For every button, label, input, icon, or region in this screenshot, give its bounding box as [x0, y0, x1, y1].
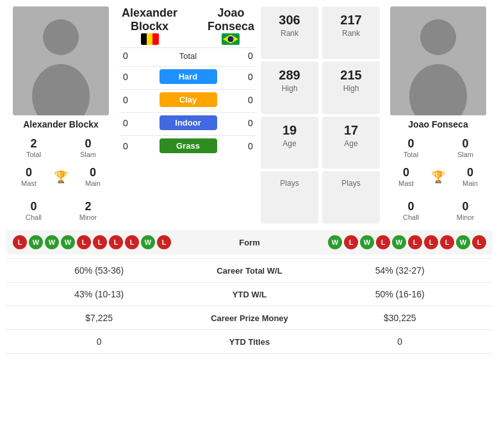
- main-container: Alexander Blockx 2 Total 0 Slam 0 Mast 🏆: [0, 0, 499, 354]
- right-age-value: 17: [344, 123, 358, 138]
- right-player-avatar: [390, 6, 486, 115]
- stats-mid-label: Career Total W/L: [192, 266, 307, 276]
- grass-row: 0 Grass 0: [119, 135, 257, 156]
- stats-left-value: $7,225: [6, 313, 192, 323]
- clay-score-right: 0: [244, 95, 257, 105]
- right-mast-value: 0: [403, 166, 409, 179]
- stats-left-value: 43% (10-13): [6, 289, 192, 299]
- left-main-box: 0 Main: [70, 163, 115, 190]
- right-age-panel: 17 Age: [322, 117, 380, 169]
- grass-score-right: 0: [244, 141, 257, 151]
- player-header-row: AlexanderBlockx JoaoFonseca: [119, 6, 257, 45]
- left-slam-label: Slam: [80, 151, 96, 158]
- left-player-avatar: [13, 6, 109, 115]
- svg-point-5: [228, 37, 234, 42]
- left-slam-box: 0 Slam: [61, 135, 115, 161]
- left-age-label: Age: [282, 139, 296, 148]
- form-badge-l: L: [125, 235, 139, 249]
- right-total-box: 0 Total: [384, 135, 438, 161]
- right-slam-value: 0: [462, 137, 468, 151]
- stats-right-value: 54% (32-27): [307, 265, 493, 276]
- form-badge-l: L: [109, 235, 123, 249]
- right-total-label: Total: [404, 151, 418, 158]
- form-badge-l: L: [424, 235, 438, 249]
- clay-badge: Clay: [160, 92, 217, 107]
- right-minor-value: 0: [462, 200, 468, 213]
- left-player-title: AlexanderBlockx: [122, 6, 177, 33]
- form-badge-w: W: [360, 235, 374, 249]
- left-mast-label: Mast: [21, 179, 37, 187]
- left-minor-value: 2: [85, 200, 91, 213]
- right-info-panels: 217 Rank 215 High 17 Age Plays: [322, 6, 380, 224]
- stats-mid-label: Career Prize Money: [192, 313, 307, 323]
- right-player-title: JoaoFonseca: [208, 6, 254, 33]
- total-score-left: 0: [119, 51, 132, 61]
- stats-right-value: 50% (16-16): [307, 289, 493, 299]
- left-age-value: 19: [282, 123, 297, 138]
- grass-score-left: 0: [119, 141, 132, 151]
- left-mast-value: 0: [26, 166, 32, 179]
- stats-row: 60% (53-36) Career Total W/L 54% (32-27): [6, 258, 493, 283]
- form-badge-l: L: [77, 235, 91, 249]
- stats-table: 60% (53-36) Career Total W/L 54% (32-27)…: [6, 258, 493, 354]
- stats-mid-label: YTD Titles: [192, 337, 307, 347]
- stats-right-value: 0: [307, 336, 493, 347]
- right-minor-box: 0 Minor: [438, 197, 493, 224]
- left-total-box: 2 Total: [6, 135, 61, 161]
- left-form-badges: LWWWLLLLWL: [13, 235, 171, 249]
- indoor-score-right: 0: [244, 118, 257, 128]
- total-row: 0 Total 0: [119, 47, 257, 63]
- right-trophy-icon: 🏆: [431, 170, 445, 184]
- left-plays-panel: Plays: [261, 171, 318, 224]
- form-section: LWWWLLLLWL Form WLWLWLLLWL: [6, 230, 493, 254]
- left-trophy-icon: 🏆: [54, 170, 68, 184]
- right-plays-panel: Plays: [322, 171, 380, 224]
- left-total-label: Total: [26, 151, 41, 158]
- form-label: Form: [224, 238, 275, 247]
- left-high-value: 289: [279, 68, 300, 83]
- right-player-header: JoaoFonseca: [208, 6, 254, 45]
- right-minor-label: Minor: [457, 213, 475, 221]
- right-player-stats: 0 Total 0 Slam: [384, 135, 493, 161]
- stats-mid-label: YTD W/L: [192, 290, 307, 299]
- right-age-label: Age: [344, 139, 357, 148]
- right-plays-label: Plays: [341, 179, 360, 188]
- form-badge-w: W: [29, 235, 43, 249]
- left-slam-value: 0: [85, 137, 91, 151]
- form-badge-l: L: [408, 235, 422, 249]
- stats-row: $7,225 Career Prize Money $30,225: [6, 306, 493, 330]
- middle-col: AlexanderBlockx JoaoFonseca 0 Total: [119, 6, 257, 224]
- indoor-row: 0 Indoor 0: [119, 112, 257, 133]
- right-main-box: 0 Main: [448, 163, 493, 190]
- hard-score-right: 0: [244, 72, 257, 82]
- left-player-header: AlexanderBlockx: [122, 6, 177, 45]
- top-section: Alexander Blockx 2 Total 0 Slam 0 Mast 🏆: [0, 0, 499, 224]
- right-form-badges: WLWLWLLLWL: [328, 235, 486, 249]
- indoor-score-left: 0: [119, 118, 132, 128]
- left-chall-value: 0: [30, 200, 37, 213]
- right-main-label: Main: [462, 179, 478, 187]
- clay-score-left: 0: [119, 95, 132, 105]
- left-rank-panel: 306 Rank: [261, 6, 318, 59]
- left-chall-box: 0 Chall: [6, 197, 61, 224]
- right-chall-box: 0 Chall: [384, 197, 438, 224]
- total-score-right: 0: [244, 51, 257, 61]
- left-rank-label: Rank: [281, 29, 299, 38]
- left-player-name: Alexander Blockx: [23, 119, 99, 129]
- form-badge-w: W: [45, 235, 59, 249]
- clay-row: 0 Clay 0: [119, 89, 257, 110]
- stats-right-value: $30,225: [307, 313, 493, 323]
- form-badge-l: L: [440, 235, 454, 249]
- left-high-label: High: [282, 84, 298, 93]
- stats-left-value: 60% (53-36): [6, 265, 192, 276]
- left-plays-label: Plays: [280, 179, 299, 188]
- right-player-stats-2: 0 Chall 0 Minor: [384, 197, 493, 224]
- right-high-label: High: [343, 84, 359, 93]
- right-slam-box: 0 Slam: [438, 135, 493, 161]
- right-rank-label: Rank: [342, 29, 360, 38]
- right-chall-label: Chall: [403, 213, 419, 221]
- left-high-panel: 289 High: [261, 62, 318, 114]
- svg-point-1: [43, 19, 79, 55]
- left-chall-label: Chall: [26, 213, 42, 221]
- right-total-value: 0: [407, 137, 414, 151]
